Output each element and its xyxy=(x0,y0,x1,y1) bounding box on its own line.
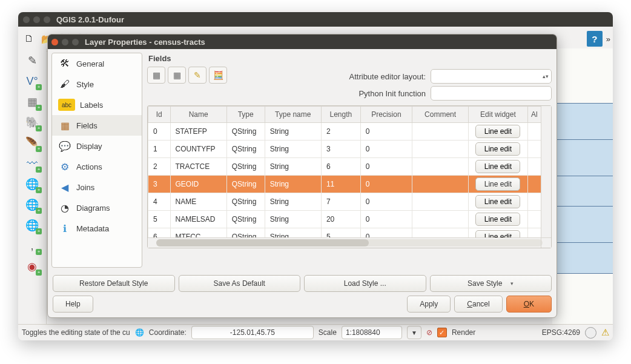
save-style-button[interactable]: Save Style xyxy=(430,275,552,292)
mssql-icon[interactable]: 〰+ xyxy=(23,155,41,172)
toggle-editing-icon[interactable]: ✎ xyxy=(188,67,206,84)
table-cell[interactable]: NAMELSAD xyxy=(170,211,226,228)
table-row[interactable]: 3GEOIDQStringString110Line edit xyxy=(148,176,541,193)
table-cell[interactable] xyxy=(412,211,468,228)
table-cell[interactable]: GEOID xyxy=(170,176,226,193)
table-cell[interactable]: QString xyxy=(226,123,265,141)
python-init-input[interactable] xyxy=(431,86,552,101)
table-row[interactable]: 1COUNTYFPQStringString30Line edit xyxy=(148,141,541,158)
table-cell[interactable] xyxy=(412,158,468,176)
field-calculator-icon[interactable]: 🧮 xyxy=(209,67,227,84)
table-cell[interactable]: String xyxy=(265,193,321,211)
table-cell[interactable]: String xyxy=(265,211,321,228)
table-cell[interactable]: QString xyxy=(226,193,265,211)
table-cell[interactable]: 5 xyxy=(321,228,360,238)
table-cell[interactable] xyxy=(527,123,541,141)
table-cell[interactable]: String xyxy=(265,158,321,176)
globe-icon[interactable]: 🌐 xyxy=(135,328,144,337)
table-cell[interactable]: String xyxy=(265,176,321,193)
table-cell[interactable]: QString xyxy=(226,211,265,228)
table-row[interactable]: 2TRACTCEQStringString60Line edit xyxy=(148,158,541,176)
table-cell[interactable]: 0 xyxy=(360,211,412,228)
nav-item-general[interactable]: 🛠 General xyxy=(52,53,142,74)
col-name[interactable]: Name xyxy=(170,107,226,123)
window-close-icon[interactable] xyxy=(23,16,30,23)
horizontal-scrollbar[interactable] xyxy=(148,237,551,248)
table-cell[interactable]: QString xyxy=(226,228,265,238)
help-icon[interactable]: ? xyxy=(587,31,603,47)
spatialite-icon[interactable]: 🪶+ xyxy=(23,134,41,151)
nav-item-diagrams[interactable]: ◔ Diagrams xyxy=(52,197,142,218)
nav-item-style[interactable]: 🖌 Style xyxy=(52,74,142,94)
stop-render-icon[interactable]: ⊘ xyxy=(426,328,432,337)
wfs-icon[interactable]: 🌐+ xyxy=(23,217,41,234)
map-canvas[interactable] xyxy=(552,48,613,325)
restore-default-style-button[interactable]: Restore Default Style xyxy=(53,275,175,292)
table-cell[interactable] xyxy=(527,228,541,238)
log-messages-icon[interactable]: ⚠ xyxy=(601,327,609,338)
table-cell[interactable]: 0 xyxy=(360,158,412,176)
vertical-scrollbar[interactable] xyxy=(541,106,551,238)
dialog-close-icon[interactable] xyxy=(51,39,58,45)
load-style-button[interactable]: Load Style ... xyxy=(304,275,426,292)
table-cell[interactable]: 0 xyxy=(360,176,412,193)
table-cell[interactable]: 5 xyxy=(148,211,171,228)
table-cell[interactable]: String xyxy=(265,228,321,238)
new-field-icon[interactable]: ▦ xyxy=(147,67,165,84)
dialog-titlebar[interactable]: Layer Properties - census-tracts xyxy=(48,35,557,49)
table-cell[interactable]: 0 xyxy=(148,123,171,141)
table-cell[interactable] xyxy=(527,176,541,193)
table-row[interactable]: 0STATEFPQStringString20Line edit xyxy=(148,123,541,141)
help-button[interactable]: Help xyxy=(53,296,93,313)
table-cell[interactable]: TRACTCE xyxy=(170,158,226,176)
nav-item-actions[interactable]: ⚙ Actions xyxy=(52,156,142,177)
col-length[interactable]: Length xyxy=(321,107,360,123)
new-project-icon[interactable]: 🗋 xyxy=(21,30,38,47)
window-minimize-icon[interactable] xyxy=(33,16,40,23)
nav-item-display[interactable]: 💬 Display xyxy=(52,136,142,156)
save-as-default-button[interactable]: Save As Default xyxy=(179,275,301,292)
delimited-text-icon[interactable]: ,+ xyxy=(23,237,41,254)
table-cell[interactable] xyxy=(412,176,468,193)
table-cell[interactable] xyxy=(527,211,541,228)
wcs-icon[interactable]: 🌐+ xyxy=(23,196,41,213)
table-cell[interactable] xyxy=(412,141,468,158)
table-cell[interactable]: 6 xyxy=(321,158,360,176)
table-cell[interactable]: 0 xyxy=(360,228,412,238)
table-cell[interactable]: 3 xyxy=(148,176,171,193)
table-cell[interactable]: 3 xyxy=(321,141,360,158)
attr-editor-combo[interactable]: ▴▾ xyxy=(431,69,552,84)
table-cell[interactable]: 6 xyxy=(148,228,171,238)
table-cell[interactable] xyxy=(412,123,468,141)
col-alias[interactable]: Al xyxy=(527,107,541,123)
table-cell[interactable]: 20 xyxy=(321,211,360,228)
table-cell[interactable]: String xyxy=(265,123,321,141)
ok-button[interactable]: OK xyxy=(506,296,552,313)
table-row[interactable]: 5NAMELSADQStringString200Line edit xyxy=(148,211,541,228)
edit-widget-button[interactable]: Line edit xyxy=(475,177,520,191)
table-cell[interactable]: 11 xyxy=(321,176,360,193)
wms-icon[interactable]: 🌐+ xyxy=(23,176,41,193)
oracle-icon[interactable]: ◉+ xyxy=(23,258,41,275)
edit-widget-button[interactable]: Line edit xyxy=(475,213,520,226)
table-cell[interactable] xyxy=(527,141,541,158)
table-row[interactable]: 4NAMEQStringString70Line edit xyxy=(148,193,541,211)
table-cell[interactable]: QString xyxy=(226,176,265,193)
nav-item-labels[interactable]: abc Labels xyxy=(52,94,142,115)
table-cell[interactable]: QString xyxy=(226,141,265,158)
table-cell[interactable]: 1 xyxy=(148,141,171,158)
edit-widget-button[interactable]: Line edit xyxy=(475,125,520,138)
table-cell[interactable]: QString xyxy=(226,158,265,176)
table-cell[interactable]: 2 xyxy=(148,158,171,176)
table-cell[interactable]: 2 xyxy=(321,123,360,141)
raster-layer-icon[interactable]: ▦+ xyxy=(23,93,41,110)
crs-button-icon[interactable] xyxy=(585,327,596,339)
table-cell[interactable] xyxy=(412,228,468,238)
col-precision[interactable]: Precision xyxy=(360,107,412,123)
col-edit-widget[interactable]: Edit widget xyxy=(469,107,527,123)
col-typename[interactable]: Type name xyxy=(265,107,321,123)
col-comment[interactable]: Comment xyxy=(412,107,468,123)
window-maximize-icon[interactable] xyxy=(44,16,50,23)
edit-widget-button[interactable]: Line edit xyxy=(475,142,520,156)
edit-widget-button[interactable]: Line edit xyxy=(475,160,520,173)
